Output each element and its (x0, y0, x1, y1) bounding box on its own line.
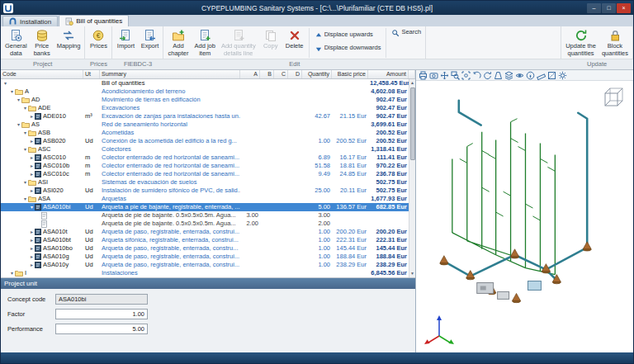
collapse-icon[interactable]: ▾ (16, 121, 21, 129)
table-row[interactable]: Arqueta de pie de bajante. 0.5x0.5x0.5m.… (1, 211, 415, 220)
table-row[interactable]: ▾Bill of quantities12,458.45 Eur (1, 79, 415, 87)
close-button[interactable]: × (617, 3, 631, 13)
maximize-button[interactable]: □ (602, 3, 616, 13)
column-header-b[interactable]: B (260, 70, 274, 78)
table-row[interactable]: ▸ASC010bmColector enterrado de red horiz… (1, 162, 415, 170)
general-data-button[interactable]: General data (2, 27, 30, 59)
add-chapter-button[interactable]: Add chapter (165, 27, 191, 59)
table-row[interactable]: ▸ASA010yUdArqueta de paso, registrable, … (1, 261, 415, 269)
column-header-code[interactable]: Code (1, 70, 83, 78)
add-job-item-button[interactable]: Add job item (192, 27, 218, 59)
collapse-icon[interactable]: ▾ (9, 87, 15, 96)
collapse-icon[interactable]: ▾ (22, 178, 28, 187)
table-row[interactable]: ▾ASAArquetas1,677.93 Eur (1, 195, 415, 203)
scroll-up-button[interactable]: ▲ (410, 79, 414, 87)
prices-button[interactable]: €Prices (87, 27, 110, 59)
column-header-a[interactable]: A (240, 70, 260, 78)
measure-icon[interactable] (537, 71, 546, 80)
layers-icon[interactable] (504, 71, 513, 80)
table-row[interactable]: ▾ASBAcometidas200.52 Eur (1, 129, 415, 137)
rotate-icon[interactable] (483, 71, 492, 80)
expand-icon[interactable]: ▸ (29, 154, 35, 162)
visibility-icon[interactable] (515, 71, 524, 80)
block-quantities-button[interactable]: Block quantities (599, 27, 631, 59)
expand-icon[interactable]: ▸ (29, 261, 35, 269)
table-row[interactable]: ▸ASA010gUdArqueta de paso, registrable, … (1, 253, 415, 261)
add-quantity-details-line-button[interactable]: Add quantity details line (219, 27, 258, 59)
table-row[interactable]: ▸ASA010tUdArqueta de paso, registrable, … (1, 228, 415, 236)
section-icon[interactable] (547, 71, 556, 80)
collapse-icon[interactable]: ▾ (9, 269, 15, 277)
expand-icon[interactable]: ▸ (29, 170, 35, 178)
factor-field[interactable] (55, 309, 148, 319)
table-row[interactable]: ▸ASB020UdConexión de la acometida del ed… (1, 137, 415, 145)
tab-installation[interactable]: Installation (2, 16, 58, 26)
table-row[interactable]: ▾ADEExcavaciones902.47 Eur (1, 104, 415, 112)
scroll-down-button[interactable]: ▼ (410, 270, 414, 277)
tab-bill-of-quantities[interactable]: Bill of quantities (59, 15, 129, 26)
table-row[interactable]: Arqueta de pie de bajante. 0.5x0.5x0.5m.… (1, 220, 415, 228)
view-cube[interactable] (602, 85, 627, 110)
table-row[interactable]: ▾ASCColectores1,318.41 Eur (1, 145, 415, 154)
info-icon[interactable] (526, 71, 535, 80)
scroll-thumb[interactable] (410, 87, 415, 160)
table-row[interactable]: ▸ASC010cmColector enterrado de red horiz… (1, 170, 415, 178)
pipes-3d-scene[interactable] (416, 81, 633, 352)
collapse-icon[interactable]: ▾ (2, 79, 8, 87)
price-banks-button[interactable]: Price banks (31, 27, 54, 59)
print-icon[interactable] (419, 71, 428, 80)
import-button[interactable]: Import (114, 27, 137, 59)
table-row[interactable]: ▸ASI020UdInstalación de sumidero sifónic… (1, 187, 415, 195)
camera-icon[interactable] (429, 71, 438, 80)
update-the-quantities-button[interactable]: Update the quantities (563, 27, 599, 59)
export-button[interactable]: Export (138, 27, 161, 59)
table-row[interactable]: ▸ASA010btUdArqueta sifónica, registrable… (1, 236, 415, 244)
expand-icon[interactable]: ▸ (29, 236, 35, 244)
expand-icon[interactable]: ▸ (29, 137, 35, 145)
displace-upwards-button[interactable]: Displace upwards (312, 30, 384, 40)
table-row[interactable]: ▾IInstalaciones6,845.56 Eur (1, 269, 415, 277)
search-button[interactable]: Search (389, 27, 423, 38)
table-row[interactable]: ▾ASISistemas de evacuación de suelos502.… (1, 178, 415, 187)
table-row[interactable]: ▾ADMovimiento de tierras en edificación9… (1, 96, 415, 104)
expand-icon[interactable]: ▸ (29, 253, 35, 261)
minimize-button[interactable]: – (587, 3, 601, 13)
expand-icon[interactable]: ▸ (29, 112, 35, 121)
zoom-extents-icon[interactable] (461, 71, 471, 80)
collapse-icon[interactable]: ▾ (22, 195, 28, 203)
pan-icon[interactable] (440, 71, 449, 80)
copy-button[interactable]: Copy (259, 27, 282, 59)
expand-icon[interactable]: ▸ (29, 244, 35, 253)
previous-view-icon[interactable] (472, 71, 481, 80)
column-header-d[interactable]: D (288, 70, 302, 78)
column-header-summary[interactable]: Summary (100, 70, 240, 78)
table-row[interactable]: ▸ASC010mColector enterrado de red horizo… (1, 154, 415, 162)
collapse-icon[interactable]: ▾ (16, 96, 21, 104)
expand-icon[interactable]: ▸ (29, 162, 35, 170)
collapse-icon[interactable]: ▾ (22, 145, 28, 154)
settings-icon[interactable] (558, 71, 567, 80)
table-row[interactable]: ▸ASA010boUdArqueta de paso, registrable,… (1, 244, 415, 253)
mapping-button[interactable]: Mapping (54, 27, 83, 59)
column-header-ut[interactable]: Ut (83, 70, 100, 78)
column-header-c[interactable]: C (274, 70, 288, 78)
table-row[interactable]: ▾ASA010biUdArqueta a pie de bajante, reg… (1, 203, 415, 211)
expand-icon[interactable]: ▸ (29, 187, 35, 195)
column-header-basic-price[interactable]: Basic price (332, 70, 368, 78)
column-header-quantity[interactable]: Quantity (302, 70, 332, 78)
collapse-icon[interactable]: ▾ (29, 203, 35, 211)
performance-field[interactable] (55, 324, 148, 334)
collapse-icon[interactable]: ▾ (22, 129, 28, 137)
perspective-icon[interactable] (494, 71, 503, 80)
expand-icon[interactable]: ▸ (29, 228, 35, 236)
table-scrollbar[interactable]: ▲ ▼ (409, 79, 415, 277)
table-row[interactable]: ▾ASRed de saneamiento horizontal3,699.61… (1, 121, 415, 129)
table-row[interactable]: ▸ADE010m³Excavación de zanjas para insta… (1, 112, 415, 121)
displace-downwards-button[interactable]: Displace downwards (312, 43, 384, 54)
table-row[interactable]: ▾AAcondicionamiento del terreno4,602.08 … (1, 87, 415, 96)
concept-code-field[interactable] (55, 294, 148, 305)
column-header-amount[interactable]: Amount (368, 70, 409, 78)
delete-button[interactable]: Delete (283, 27, 306, 59)
zoom-window-icon[interactable] (451, 71, 460, 80)
collapse-icon[interactable]: ▾ (22, 104, 28, 112)
